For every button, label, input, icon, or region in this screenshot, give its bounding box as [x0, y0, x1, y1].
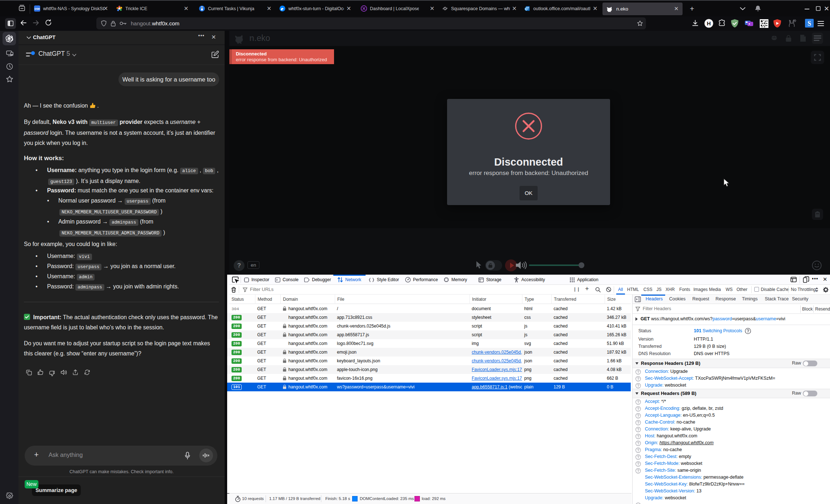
svg-text:S: S	[808, 20, 811, 27]
svg-text:H: H	[707, 20, 711, 26]
svg-text:DSM: DSM	[34, 8, 39, 10]
